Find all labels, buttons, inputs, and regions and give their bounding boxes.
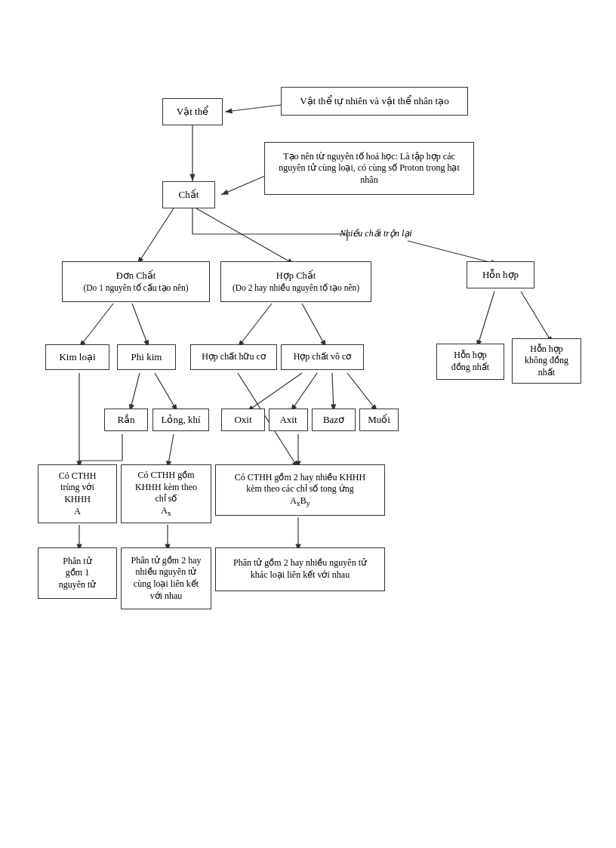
svg-line-22	[347, 373, 377, 412]
chat-label: Chất	[179, 189, 199, 202]
chat-info-label: Tạo nên từ nguyên tố hoá học: Là tập hợp…	[270, 151, 469, 187]
svg-line-17	[130, 373, 140, 412]
chat-info-box: Tạo nên từ nguyên tố hoá học: Là tập hợp…	[264, 142, 474, 195]
vat-the-label: Vật thể	[177, 106, 208, 119]
hon-hop-khong-dong-nhat-label: Hỗn hợpkhông đồngnhất	[525, 344, 568, 379]
don-chat-label: Đơn Chất(Do 1 nguyên tố cấu tạo nên)	[83, 270, 188, 294]
svg-line-16	[521, 291, 553, 344]
phan-tu-2-khac-label: Phân tử gồm 2 hay nhiều nguyên tửkhác lo…	[233, 557, 367, 581]
phan-tu-1-label: Phân tửgồm 1nguyên tử	[59, 556, 97, 591]
muoi-label: Muối	[368, 414, 390, 427]
phi-kim-box: Phi kim	[117, 344, 176, 370]
axit-box: Axit	[269, 409, 308, 431]
ran-label: Rắn	[117, 414, 134, 427]
phi-kim-label: Phi kim	[131, 351, 162, 364]
phan-tu-2-cung-box: Phân tử gồm 2 haynhiều nguyên tửcùng loạ…	[121, 547, 211, 609]
phan-tu-2-khac-box: Phân tử gồm 2 hay nhiều nguyên tửkhác lo…	[215, 547, 385, 591]
diagram: Vật thể Vật thể tự nhiên và vật thể nhân…	[0, 0, 616, 848]
vat-the-info-box: Vật thể tự nhiên và vật thể nhân tạo	[281, 87, 468, 116]
hon-hop-box: Hỗn hợp	[467, 261, 534, 288]
ran-box: Rắn	[104, 409, 148, 431]
kim-loai-label: Kim loại	[59, 351, 95, 364]
svg-line-9	[137, 208, 174, 264]
svg-line-21	[332, 373, 334, 412]
svg-line-14	[302, 304, 326, 347]
phan-tu-1-box: Phân tửgồm 1nguyên tử	[38, 547, 117, 599]
cthh-don-ax-box: Có CTHH gồmKHHH kèm theochỉ sốAx	[121, 464, 211, 523]
svg-line-10	[196, 208, 294, 264]
nhieu-chat-label: Nhiều chất trộn lại	[340, 228, 412, 239]
cthh-don-a-box: Có CTHHtrùng vớiKHHHA	[38, 464, 117, 523]
svg-line-13	[238, 304, 272, 347]
svg-line-18	[155, 373, 177, 412]
svg-line-20	[291, 373, 317, 412]
cthh-hop-axby-label: Có CTHH gồm 2 hay nhiều KHHHkèm theo các…	[235, 472, 365, 509]
axit-label: Axit	[279, 414, 297, 427]
svg-line-12	[132, 304, 149, 347]
don-chat-box: Đơn Chất(Do 1 nguyên tố cấu tạo nên)	[62, 261, 210, 302]
vat-the-info-label: Vật thể tự nhiên và vật thể nhân tạo	[300, 95, 448, 108]
bazo-box: Bazơ	[312, 409, 356, 431]
kim-loai-box: Kim loại	[45, 344, 109, 370]
long-khi-box: Lỏng, khí	[152, 409, 209, 431]
oxit-label: Oxit	[234, 414, 251, 427]
hop-chat-label: Hợp Chất(Do 2 hay nhiều nguyên tố tạo nê…	[233, 270, 359, 294]
svg-line-11	[79, 304, 113, 347]
hop-chat-box: Hợp Chất(Do 2 hay nhiều nguyên tố tạo nê…	[220, 261, 371, 302]
bazo-label: Bazơ	[323, 414, 344, 427]
svg-line-26	[168, 434, 174, 468]
oxit-box: Oxit	[221, 409, 265, 431]
long-khi-label: Lỏng, khí	[161, 414, 200, 427]
svg-line-19	[247, 373, 302, 412]
hop-chat-vo-co-box: Hợp chất vô cơ	[281, 344, 364, 370]
svg-line-15	[477, 291, 494, 347]
cthh-don-a-label: Có CTHHtrùng vớiKHHHA	[59, 470, 97, 517]
hon-hop-khong-dong-nhat-box: Hỗn hợpkhông đồngnhất	[512, 338, 581, 384]
vat-the-box: Vật thể	[162, 98, 223, 125]
hon-hop-label: Hỗn hợp	[482, 269, 519, 282]
hop-chat-vo-co-label: Hợp chất vô cơ	[294, 351, 352, 363]
muoi-box: Muối	[359, 409, 399, 431]
hop-chat-huu-co-box: Hợp chất hữu cơ	[190, 344, 277, 370]
chat-box: Chất	[162, 181, 215, 208]
cthh-hop-axby-box: Có CTHH gồm 2 hay nhiều KHHHkèm theo các…	[215, 464, 385, 516]
hop-chat-huu-co-label: Hợp chất hữu cơ	[202, 351, 266, 363]
phan-tu-2-cung-label: Phân tử gồm 2 haynhiều nguyên tửcùng loạ…	[131, 555, 202, 602]
hon-hop-dong-nhat-box: Hỗn hợpđồng nhất	[436, 344, 504, 380]
cthh-don-ax-label: Có CTHH gồmKHHH kèm theochỉ sốAx	[135, 470, 197, 518]
hon-hop-dong-nhat-label: Hỗn hợpđồng nhất	[451, 350, 489, 373]
svg-line-2	[225, 104, 287, 112]
